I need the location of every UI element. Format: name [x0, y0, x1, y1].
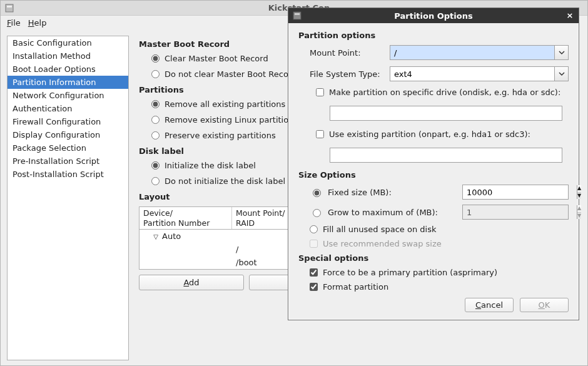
close-icon[interactable]: ×	[565, 11, 575, 21]
fixed-size-input[interactable]	[313, 189, 321, 197]
layout-col-device[interactable]: Device/ Partition Number	[139, 207, 232, 229]
part-preserve-label: Preserve existing partitions	[165, 131, 276, 140]
ondisk-checkbox-row[interactable]: Make partition on specific drive (ondisk…	[316, 88, 569, 97]
svg-rect-3	[295, 13, 300, 15]
mbr-clear-label: Clear Master Boot Record	[165, 54, 268, 63]
sidebar-item[interactable]: Post-Installation Script	[8, 168, 128, 181]
grow-size-input[interactable]	[313, 209, 321, 217]
sidebar-item[interactable]: Basic Configuration	[8, 36, 128, 49]
dialog-body: Partition options Mount Point: File Syst…	[288, 23, 579, 320]
sidebar-item[interactable]: Authentication	[8, 102, 128, 115]
fill-label: Fill all unused space on disk	[323, 225, 436, 234]
svg-rect-2	[293, 12, 301, 19]
sidebar-item[interactable]: Pre-Installation Script	[8, 155, 128, 168]
dialog-titlebar[interactable]: Partition Options ×	[288, 8, 579, 23]
tree-toggle-icon[interactable]: ▽	[152, 233, 160, 240]
onpart-input[interactable]	[330, 148, 562, 163]
ondisk-checkbox[interactable]	[316, 88, 324, 96]
grow-size-value	[463, 205, 577, 219]
grow-size-row: Grow to maximum of (MB): ▲▼	[310, 205, 569, 220]
onpart-label: Use existing partition (onpart, e.g. hda…	[329, 130, 530, 139]
section-partition-options: Partition options	[298, 31, 569, 40]
sidebar-item[interactable]: Display Configuration	[8, 128, 128, 141]
fstype-label: File System Type:	[310, 69, 383, 79]
asprimary-label: Force to be a primary partition (asprima…	[323, 268, 497, 277]
svg-rect-0	[6, 4, 13, 12]
part-removeall-input[interactable]	[151, 100, 160, 108]
mbr-clear-input[interactable]	[151, 54, 160, 63]
svg-rect-1	[7, 6, 12, 8]
device-cell	[139, 256, 232, 269]
sidebar-item[interactable]: Network Configuration	[8, 89, 128, 102]
spin-down-icon: ▼	[577, 213, 581, 220]
onpart-checkbox-row[interactable]: Use existing partition (onpart, e.g. hda…	[316, 130, 569, 139]
sidebar-item[interactable]: Installation Method	[8, 49, 128, 63]
app-icon	[4, 3, 14, 13]
format-label: Format partition	[323, 282, 388, 292]
dialog-app-icon	[292, 11, 302, 21]
swap-checkbox	[310, 240, 318, 248]
fill-radio-row[interactable]: Fill all unused space on disk	[310, 225, 569, 234]
mbr-noclear-input[interactable]	[151, 70, 160, 78]
dialog-title: Partition Options	[302, 11, 565, 21]
mount-point-row: Mount Point:	[310, 45, 569, 60]
ondisk-input[interactable]	[330, 106, 562, 121]
swap-checkbox-row: Use recommended swap size	[310, 239, 569, 248]
fstype-row: File System Type:	[310, 66, 569, 81]
sidebar-item[interactable]: Firewall Configuration	[8, 115, 128, 128]
dl-noinit-input[interactable]	[151, 177, 160, 185]
sidebar: Basic ConfigurationInstallation MethodBo…	[7, 36, 129, 360]
ok-button[interactable]: OK	[520, 298, 569, 312]
chevron-down-icon[interactable]	[554, 67, 568, 81]
sidebar-item[interactable]: Package Selection	[8, 141, 128, 155]
device-cell	[139, 243, 232, 256]
mount-point-combo[interactable]	[390, 45, 569, 60]
grow-size-spinner: ▲▼	[462, 205, 569, 220]
dl-noinit-label: Do not initialize the disk label	[165, 176, 285, 186]
ondisk-label: Make partition on specific drive (ondisk…	[329, 88, 560, 97]
format-checkbox[interactable]	[310, 283, 318, 291]
spin-up-icon: ▲	[577, 205, 581, 213]
menu-file[interactable]: File	[7, 18, 21, 28]
fstype-combo[interactable]	[390, 66, 569, 81]
mbr-noclear-label: Do not clear Master Boot Record	[165, 69, 297, 79]
chevron-down-icon[interactable]	[554, 46, 568, 59]
fixed-size-value[interactable]	[463, 185, 577, 199]
grow-size-label: Grow to maximum of (MB):	[328, 208, 438, 217]
spinner-buttons[interactable]: ▲▼	[577, 185, 581, 199]
asprimary-checkbox[interactable]	[310, 268, 318, 277]
device-cell: ▽Auto	[139, 230, 232, 243]
grow-size-radio[interactable]: Grow to maximum of (MB):	[310, 207, 456, 217]
sidebar-item[interactable]: Partition Information	[8, 76, 128, 89]
mount-point-label: Mount Point:	[310, 48, 383, 58]
partition-options-dialog: Partition Options × Partition options Mo…	[288, 8, 579, 320]
format-row[interactable]: Format partition	[310, 282, 569, 292]
part-removeall-label: Remove all existing partitions	[165, 99, 285, 109]
spin-up-icon[interactable]: ▲	[577, 185, 581, 193]
sidebar-item[interactable]: Boot Loader Options	[8, 63, 128, 76]
part-preserve-input[interactable]	[151, 131, 160, 140]
asprimary-row[interactable]: Force to be a primary partition (asprima…	[310, 268, 569, 277]
swap-label: Use recommended swap size	[323, 239, 442, 248]
cancel-button[interactable]: Cancel	[465, 298, 514, 312]
fixed-size-radio[interactable]: Fixed size (MB):	[310, 187, 456, 197]
spinner-buttons: ▲▼	[577, 205, 581, 219]
fixed-size-row: Fixed size (MB): ▲▼	[310, 185, 569, 200]
onpart-checkbox[interactable]	[316, 130, 324, 138]
mount-point-input[interactable]	[390, 46, 554, 59]
part-removelinux-input[interactable]	[151, 116, 160, 124]
dl-init-input[interactable]	[151, 161, 160, 170]
dialog-buttons: Cancel OK	[298, 298, 569, 312]
fixed-size-spinner[interactable]: ▲▼	[462, 185, 569, 200]
dl-init-label: Initialize the disk label	[165, 161, 256, 170]
fstype-input[interactable]	[390, 67, 554, 81]
section-special-options: Special options	[298, 253, 569, 263]
spin-down-icon[interactable]: ▼	[577, 193, 581, 200]
add-button[interactable]: Add	[139, 275, 244, 290]
menu-help[interactable]: Help	[28, 18, 47, 28]
fixed-size-label: Fixed size (MB):	[328, 188, 392, 197]
fill-radio[interactable]	[310, 225, 318, 233]
section-size-options: Size Options	[298, 170, 569, 180]
part-removelinux-label: Remove existing Linux partitions	[165, 115, 298, 125]
